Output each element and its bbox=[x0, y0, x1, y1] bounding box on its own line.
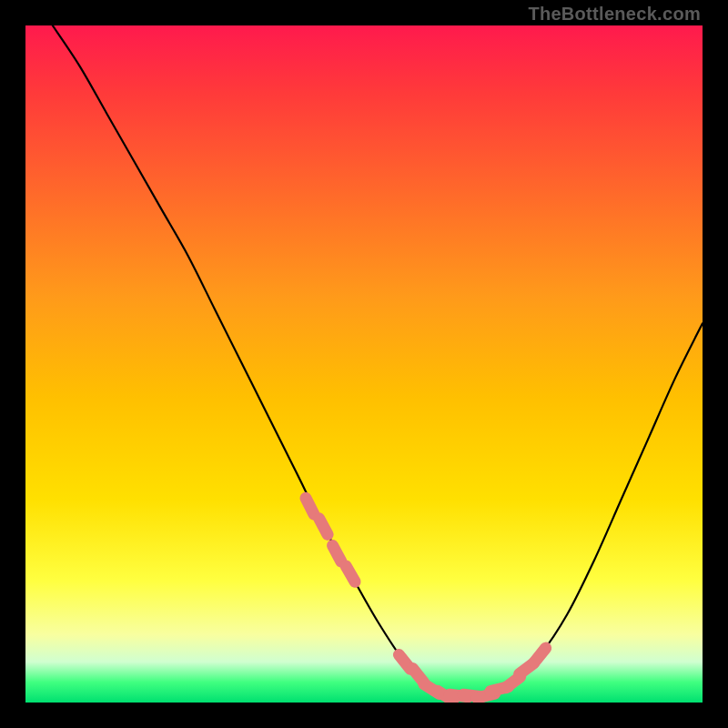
marker-point bbox=[333, 545, 341, 561]
plot-area bbox=[25, 25, 703, 703]
bottleneck-curve bbox=[53, 25, 703, 697]
curve-svg bbox=[25, 25, 703, 703]
marker-point bbox=[319, 519, 328, 535]
marker-group bbox=[306, 498, 546, 701]
chart-stage: TheBottleneck.com bbox=[0, 0, 728, 728]
watermark-text: TheBottleneck.com bbox=[528, 4, 701, 25]
marker-point bbox=[306, 498, 314, 514]
marker-point bbox=[346, 566, 355, 581]
marker-point bbox=[534, 648, 545, 662]
